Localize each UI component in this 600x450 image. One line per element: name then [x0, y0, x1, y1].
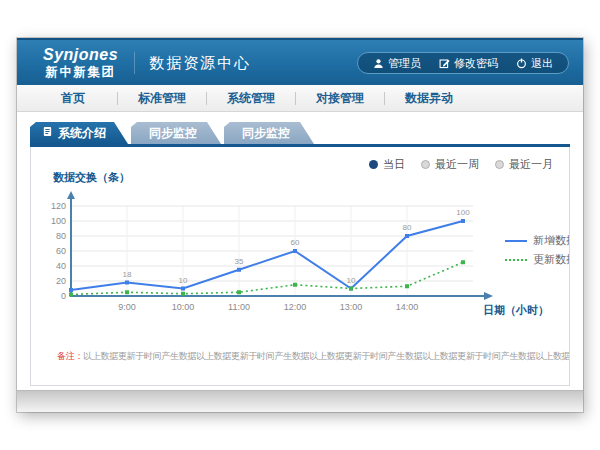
svg-text:35: 35 [235, 257, 244, 266]
svg-text:10: 10 [179, 276, 188, 285]
time-filter-radios: 当日 最近一周 最近一月 [369, 157, 553, 172]
user-name-label: 管理员 [388, 56, 421, 71]
svg-text:80: 80 [403, 223, 412, 232]
nav-item-system-mgmt[interactable]: 系统管理 [207, 90, 295, 107]
radio-label: 最近一周 [435, 157, 479, 172]
app-window: Synjones 新中新集团 数据资源中心 管理员 修改密码 退出 [17, 38, 583, 412]
svg-text:60: 60 [291, 238, 300, 247]
svg-text:11:00: 11:00 [228, 302, 250, 312]
radio-dot [495, 160, 504, 169]
svg-text:10: 10 [347, 276, 356, 285]
tab-label: 同步监控 [242, 122, 290, 144]
svg-text:18: 18 [123, 270, 132, 279]
logout-item[interactable]: 退出 [507, 56, 562, 71]
logo-script: Synjones [43, 46, 118, 64]
x-axis-title: 日期（小时） [483, 303, 549, 318]
svg-text:0: 0 [61, 291, 66, 301]
legend-item-updated-data[interactable]: 更新数据 [505, 250, 570, 269]
legend-label: 新增数据 [533, 233, 570, 248]
nav-item-data-change[interactable]: 数据异动 [385, 90, 473, 107]
radio-option-last-month[interactable]: 最近一月 [495, 157, 553, 172]
svg-text:12:00: 12:00 [284, 302, 307, 312]
chart-legend: 新增数据 更新数据 [505, 231, 570, 269]
tab-system-intro[interactable]: 系统介绍 [30, 122, 128, 144]
radio-label: 当日 [383, 157, 405, 172]
user-icon [373, 58, 384, 69]
svg-text:80: 80 [56, 231, 66, 241]
svg-text:120: 120 [51, 201, 66, 211]
svg-text:100: 100 [456, 208, 470, 217]
logo-subtitle: 新中新集团 [43, 65, 118, 79]
radio-option-last-week[interactable]: 最近一周 [421, 157, 479, 172]
change-password-item[interactable]: 修改密码 [430, 56, 507, 71]
logout-label: 退出 [531, 56, 553, 71]
footnote: 备注：以上数据更新于时间产生数据以上数据更新于时间产生数据以上数据更新于时间产生… [57, 350, 570, 363]
radio-option-today[interactable]: 当日 [369, 157, 405, 172]
radio-dot-selected [369, 160, 378, 169]
legend-line-solid [505, 240, 527, 242]
legend-label: 更新数据 [533, 252, 570, 267]
legend-line-dotted [505, 259, 527, 261]
y-axis-title: 数据交换（条） [53, 170, 130, 185]
content-area: 系统介绍 同步监控 同步监控 当日 最近一周 [17, 112, 583, 390]
svg-text:100: 100 [51, 216, 66, 226]
svg-text:40: 40 [56, 261, 66, 271]
tab-bar: 系统介绍 同步监控 同步监控 [30, 122, 314, 144]
svg-text:14:00: 14:00 [396, 302, 419, 312]
svg-text:20: 20 [56, 276, 66, 286]
legend-item-new-data[interactable]: 新增数据 [505, 231, 570, 250]
tab-sync-monitor-2[interactable]: 同步监控 [224, 122, 314, 144]
svg-text:9:00: 9:00 [118, 302, 136, 312]
header: Synjones 新中新集团 数据资源中心 管理员 修改密码 退出 [17, 38, 583, 85]
footnote-label: 备注： [57, 351, 83, 361]
brand-logo: Synjones 新中新集团 [43, 46, 118, 79]
nav-item-standard-mgmt[interactable]: 标准管理 [118, 90, 206, 107]
window-footer [17, 390, 583, 412]
nav-item-connection-mgmt[interactable]: 对接管理 [296, 90, 384, 107]
svg-text:13:00: 13:00 [340, 302, 363, 312]
radio-label: 最近一月 [509, 157, 553, 172]
footnote-text: 以上数据更新于时间产生数据以上数据更新于时间产生数据以上数据更新于时间产生数据以… [83, 351, 570, 361]
nav-item-home[interactable]: 首页 [29, 90, 117, 107]
change-password-label: 修改密码 [454, 56, 498, 71]
document-icon [42, 122, 53, 144]
tab-label: 系统介绍 [58, 122, 106, 144]
power-icon [516, 58, 527, 69]
user-toolbar: 管理员 修改密码 退出 [357, 52, 569, 74]
user-menu-item[interactable]: 管理员 [364, 56, 430, 71]
svg-text:10:00: 10:00 [172, 302, 195, 312]
tab-label: 同步监控 [149, 122, 197, 144]
line-chart: 0204060801001209:0010:0011:0012:0013:001… [41, 189, 511, 331]
content-panel: 当日 最近一周 最近一月 数据交换（条） 0204060801001209:00… [30, 147, 570, 386]
tab-sync-monitor-1[interactable]: 同步监控 [131, 122, 221, 144]
svg-text:60: 60 [56, 246, 66, 256]
main-nav: 首页 标准管理 系统管理 对接管理 数据异动 [17, 85, 583, 112]
radio-dot [421, 160, 430, 169]
edit-icon [439, 58, 450, 69]
app-title: 数据资源中心 [134, 52, 251, 74]
